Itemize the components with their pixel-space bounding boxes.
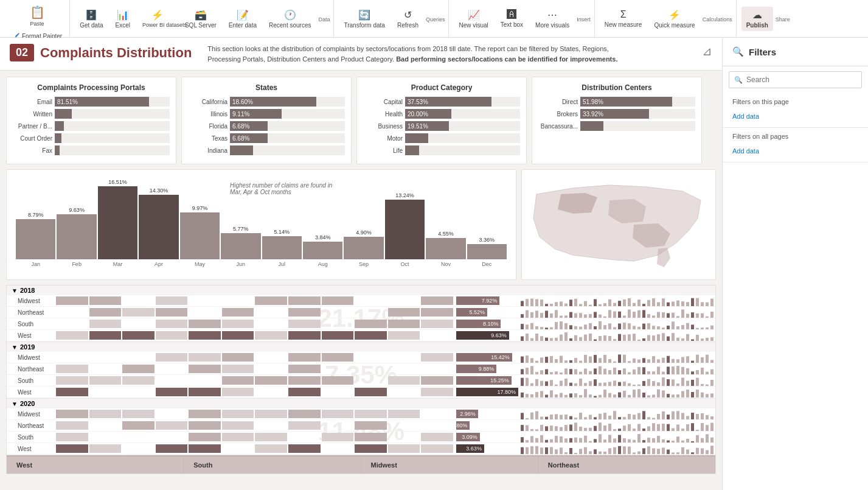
recent-sources-button[interactable]: 🕐 Recent sources — [264, 7, 316, 31]
svg-rect-392 — [676, 424, 679, 431]
svg-rect-355 — [691, 413, 694, 419]
svg-rect-330 — [569, 416, 572, 419]
svg-rect-17 — [603, 303, 606, 306]
svg-rect-268 — [657, 382, 660, 386]
month-cell — [355, 320, 387, 328]
get-data-button[interactable]: 🗄️ Get data — [75, 7, 108, 31]
bar-fill — [405, 133, 428, 143]
region-row: Northeast5.52% — [7, 307, 715, 318]
bar-container: 81.51% — [55, 97, 170, 107]
month-cell — [56, 433, 88, 441]
month-cell — [421, 421, 453, 430]
month-cell — [322, 308, 354, 317]
publish-button[interactable]: ☁ Publish — [741, 7, 773, 31]
bottom-tab[interactable]: Northeast — [538, 457, 715, 474]
svg-rect-298 — [608, 393, 611, 397]
excel-label: Excel — [116, 22, 130, 29]
sparkline — [521, 387, 715, 397]
svg-rect-178 — [608, 359, 611, 363]
bar-container: 19.51% — [405, 121, 520, 131]
quick-measure-button[interactable]: ⚡ Quick measure — [649, 7, 700, 31]
svg-rect-334 — [589, 415, 592, 419]
enter-data-button[interactable]: 📝 Enter data — [224, 7, 262, 31]
month-cell — [222, 410, 254, 418]
month-cells — [55, 420, 454, 431]
month-cell — [122, 331, 155, 340]
sparkline-svg — [521, 432, 715, 443]
sql-button[interactable]: 🗃️ SQL Server — [180, 7, 221, 31]
svg-rect-426 — [647, 438, 650, 443]
svg-rect-372 — [579, 427, 582, 431]
power-bi-button[interactable]: ⚡ Power BI datasets — [137, 7, 178, 30]
svg-rect-25 — [642, 304, 645, 306]
new-visual-button[interactable]: 📈 New visual — [454, 7, 493, 31]
svg-rect-430 — [667, 441, 670, 443]
bar-row: Written — [13, 109, 170, 119]
svg-rect-472 — [676, 452, 679, 454]
svg-rect-236 — [696, 370, 699, 374]
svg-rect-371 — [574, 422, 577, 431]
new-measure-button[interactable]: Σ New measure — [600, 7, 647, 30]
svg-rect-96 — [599, 321, 602, 329]
excel-button[interactable]: 📊 Excel — [111, 7, 135, 31]
svg-rect-367 — [555, 426, 558, 431]
svg-rect-259 — [613, 380, 616, 386]
queries-label: Queries — [426, 16, 445, 23]
svg-rect-134 — [589, 334, 592, 341]
svg-rect-389 — [662, 424, 665, 431]
text-box-icon: 🅰 — [507, 9, 516, 20]
month-cell — [388, 433, 420, 441]
refresh-button[interactable]: ↺ Refresh — [392, 7, 423, 31]
filter-funnel-icon[interactable]: ⊿ — [702, 44, 712, 58]
month-cell — [189, 444, 221, 453]
month-bar-group: 3.36% Dec — [467, 237, 507, 267]
svg-rect-366 — [550, 425, 553, 431]
month-cell — [189, 421, 221, 430]
bottom-tab[interactable]: West — [7, 457, 184, 474]
bar-value: 51.98% — [583, 99, 603, 105]
search-box[interactable]: 🔍 — [729, 71, 862, 88]
svg-rect-230 — [667, 366, 670, 374]
svg-rect-164 — [540, 357, 543, 363]
region-row: West17.80% — [7, 387, 715, 398]
month-cell — [122, 433, 155, 441]
month-label: May — [195, 261, 205, 267]
search-input[interactable] — [746, 75, 856, 84]
bottom-tab[interactable]: Midwest — [361, 457, 538, 474]
bar-label: Indiana — [188, 147, 227, 154]
svg-rect-456 — [599, 452, 602, 454]
year-row[interactable]: ▼2020 — [7, 399, 715, 408]
year-row[interactable]: ▼2019 — [7, 342, 715, 352]
bar-container — [55, 133, 170, 143]
svg-rect-280 — [521, 393, 524, 397]
add-data-all-button[interactable]: Add data — [732, 145, 858, 157]
svg-rect-452 — [579, 449, 582, 454]
svg-rect-44 — [540, 313, 543, 318]
top-row: Complaints Processing Portals Email 81.5… — [6, 77, 716, 164]
svg-rect-357 — [701, 413, 704, 419]
month-cell — [355, 376, 387, 385]
more-visuals-button[interactable]: ⋯ More visuals — [530, 7, 574, 31]
add-data-page-button[interactable]: Add data — [732, 110, 858, 122]
paste-button[interactable]: 📋 Paste — [25, 2, 50, 29]
svg-rect-248 — [560, 380, 563, 386]
bar-row: Bancassura... — [538, 121, 695, 131]
year-row[interactable]: ▼2018 — [7, 285, 715, 295]
month-pct: 5.77% — [233, 226, 249, 232]
month-cell — [222, 365, 254, 373]
svg-rect-429 — [662, 439, 665, 443]
month-cell — [89, 410, 122, 418]
svg-rect-149 — [662, 333, 665, 341]
paste-icon: 📋 — [30, 5, 45, 19]
svg-rect-88 — [560, 321, 563, 329]
svg-rect-225 — [642, 367, 645, 374]
svg-rect-302 — [628, 395, 631, 397]
bar-fill: 33.92% — [580, 109, 649, 119]
text-box-button[interactable]: 🅰 Text box — [496, 7, 528, 30]
bar-row: Court Order — [13, 133, 170, 143]
svg-rect-311 — [672, 394, 675, 397]
transform-data-button[interactable]: 🔄 Transform data — [339, 7, 389, 31]
month-bar-group: 5.77% Jun — [221, 226, 260, 267]
svg-rect-113 — [681, 325, 684, 329]
bottom-tab[interactable]: South — [184, 457, 361, 474]
